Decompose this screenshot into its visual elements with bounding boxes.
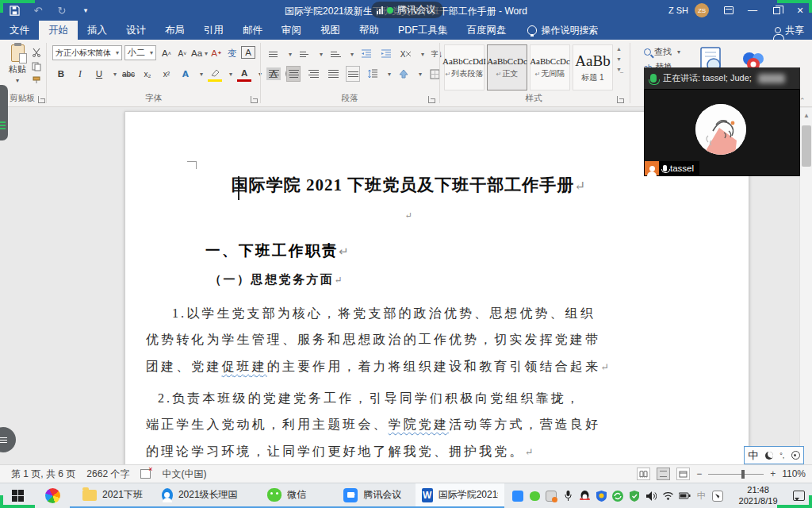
tab-baidu-netdisk[interactable]: 百度网盘 bbox=[458, 21, 516, 40]
taskbar-clock[interactable]: 21:48 2021/8/19 bbox=[730, 485, 787, 507]
multilevel-list-button[interactable] bbox=[328, 46, 343, 62]
distribute-button[interactable] bbox=[346, 66, 360, 82]
tray-ime-mode-icon[interactable]: 中 bbox=[695, 490, 707, 502]
taskbar-app2-button[interactable]: 2021级长理国际... bbox=[155, 483, 244, 508]
action-center-button[interactable] bbox=[786, 483, 812, 508]
tab-mailings[interactable]: 邮件 bbox=[233, 21, 272, 40]
format-painter-icon[interactable] bbox=[30, 75, 43, 87]
tab-view[interactable]: 视图 bbox=[311, 21, 350, 40]
align-right-button[interactable] bbox=[306, 66, 320, 82]
line-spacing-button[interactable] bbox=[366, 66, 380, 82]
scroll-up-icon[interactable]: ▲ bbox=[801, 110, 812, 121]
restore-button[interactable] bbox=[764, 0, 788, 21]
change-case-button[interactable]: Aa▾ bbox=[191, 45, 208, 61]
tray-tencent-manager-icon[interactable] bbox=[596, 490, 607, 502]
account-name[interactable]: Z SH bbox=[668, 6, 688, 15]
taskbar-explorer-button[interactable]: 2021下班 bbox=[70, 483, 155, 508]
tray-touch-keyboard-icon[interactable] bbox=[712, 490, 724, 502]
ime-punctuation-mode[interactable]: °, bbox=[779, 452, 784, 460]
superscript-button[interactable]: x² bbox=[159, 66, 174, 82]
font-dialog-launcher-icon[interactable] bbox=[251, 96, 258, 103]
character-border-button[interactable]: A bbox=[241, 46, 255, 59]
align-center-button[interactable] bbox=[286, 66, 301, 82]
style-list-paragraph[interactable]: AaBbCcDdI ↵列表段落 bbox=[444, 44, 485, 90]
italic-button[interactable]: I bbox=[73, 66, 87, 82]
print-layout-icon[interactable] bbox=[657, 468, 670, 480]
tab-references[interactable]: 引用 bbox=[194, 21, 233, 40]
zoom-slider-thumb[interactable] bbox=[741, 470, 745, 479]
phonetic-guide-button[interactable]: 变 bbox=[225, 45, 239, 61]
tab-layout[interactable]: 布局 bbox=[155, 21, 194, 40]
find-button[interactable]: 查找 ▾ bbox=[644, 46, 680, 58]
tab-file[interactable]: 文件 bbox=[0, 21, 39, 40]
shading-button[interactable] bbox=[396, 66, 411, 82]
tray-volume-icon[interactable] bbox=[645, 490, 657, 502]
paste-button[interactable]: 粘贴 ▾ bbox=[4, 44, 31, 95]
zoom-percent[interactable]: 110% bbox=[782, 468, 806, 479]
underline-button[interactable]: U bbox=[92, 66, 106, 82]
tray-microphone-icon[interactable] bbox=[562, 490, 574, 502]
ribbon-display-options-icon[interactable] bbox=[717, 0, 741, 21]
font-name-combobox[interactable]: 方正小标宋简体▾ bbox=[52, 45, 122, 60]
meeting-docked-panel-handle[interactable] bbox=[0, 85, 8, 140]
tray-network-icon[interactable] bbox=[662, 490, 674, 502]
scrollbar-thumb[interactable] bbox=[802, 125, 811, 167]
style-no-spacing[interactable]: AaBbCcDc ↵无间隔 bbox=[530, 44, 570, 90]
copy-icon[interactable] bbox=[30, 60, 43, 72]
start-button[interactable] bbox=[0, 483, 35, 508]
ime-toolbar[interactable]: 中 °, bbox=[744, 446, 804, 464]
tray-360-icon[interactable] bbox=[612, 490, 624, 502]
close-button[interactable]: × bbox=[788, 0, 812, 21]
tray-qq-icon[interactable] bbox=[579, 490, 591, 502]
decrease-indent-button[interactable] bbox=[359, 46, 373, 62]
language-indicator[interactable]: 中文(中国) bbox=[162, 468, 206, 481]
underline-dropdown-icon[interactable]: ▾ bbox=[113, 71, 117, 78]
tab-help[interactable]: 帮助 bbox=[350, 21, 389, 40]
ime-settings-gear-icon[interactable] bbox=[791, 451, 800, 460]
share-button[interactable]: 共享 bbox=[775, 21, 804, 40]
zoom-in-button[interactable]: + bbox=[770, 468, 776, 479]
web-layout-icon[interactable] bbox=[676, 468, 690, 480]
numbering-button[interactable] bbox=[297, 46, 312, 62]
highlight-color-button[interactable] bbox=[208, 66, 222, 82]
taskbar-wechat-button[interactable]: 微信 bbox=[244, 483, 330, 508]
tencent-meeting-floating-pill[interactable]: 腾讯会议 bbox=[371, 2, 443, 18]
tray-meeting-icon[interactable] bbox=[512, 490, 524, 502]
tab-pdf-tools[interactable]: PDF工具集 bbox=[389, 21, 458, 40]
account-avatar[interactable]: ZS bbox=[695, 3, 709, 17]
vertical-scrollbar[interactable]: ▲ bbox=[799, 108, 812, 464]
page-indicator[interactable]: 第 1 页, 共 6 页 bbox=[11, 468, 75, 481]
justify-button[interactable] bbox=[326, 66, 340, 82]
asian-layout-button[interactable]: X bbox=[399, 46, 413, 62]
tencent-meeting-overlay[interactable]: 正在讲话: tassel; Jude; tassel bbox=[644, 67, 800, 176]
proofing-errors-icon[interactable] bbox=[140, 469, 151, 479]
ime-fullwidth-moon-icon[interactable] bbox=[765, 452, 773, 460]
minimize-button[interactable]: — bbox=[741, 0, 764, 21]
tab-review[interactable]: 审阅 bbox=[272, 21, 311, 40]
tray-wechat-icon[interactable] bbox=[529, 490, 541, 502]
taskbar-browser-button[interactable] bbox=[35, 483, 70, 508]
tab-home[interactable]: 开始 bbox=[39, 21, 78, 40]
font-size-combobox[interactable]: 小二▾ bbox=[124, 45, 156, 60]
style-heading1[interactable]: AaBb 标题 1 bbox=[573, 44, 613, 90]
paragraph-dialog-launcher-icon[interactable] bbox=[428, 96, 435, 103]
tab-insert[interactable]: 插入 bbox=[78, 21, 117, 40]
taskbar-tencent-meeting-button[interactable]: 腾讯会议 bbox=[330, 483, 416, 508]
ime-language-mode[interactable]: 中 bbox=[748, 448, 758, 463]
tray-security-shield-icon[interactable] bbox=[629, 490, 641, 502]
collapse-ribbon-icon[interactable]: ⌃ bbox=[799, 97, 806, 105]
bullets-button[interactable] bbox=[266, 46, 281, 62]
zoom-slider[interactable] bbox=[708, 474, 764, 475]
tab-design[interactable]: 设计 bbox=[117, 21, 155, 40]
cut-icon[interactable] bbox=[30, 46, 43, 58]
font-color-button[interactable]: A bbox=[237, 66, 251, 82]
styles-dialog-launcher-icon[interactable] bbox=[617, 96, 624, 103]
tray-screen-record-icon[interactable] bbox=[546, 490, 557, 502]
word-count[interactable]: 2662 个字 bbox=[86, 468, 129, 481]
read-mode-icon[interactable] bbox=[637, 468, 650, 480]
tray-battery-icon[interactable] bbox=[679, 490, 691, 502]
participant-video-tile[interactable]: tassel bbox=[644, 89, 800, 176]
taskbar-word-button[interactable]: W 国际学院2021级... bbox=[416, 483, 504, 508]
clipboard-dialog-launcher-icon[interactable] bbox=[38, 96, 45, 103]
strikethrough-button[interactable]: abc bbox=[121, 66, 136, 82]
